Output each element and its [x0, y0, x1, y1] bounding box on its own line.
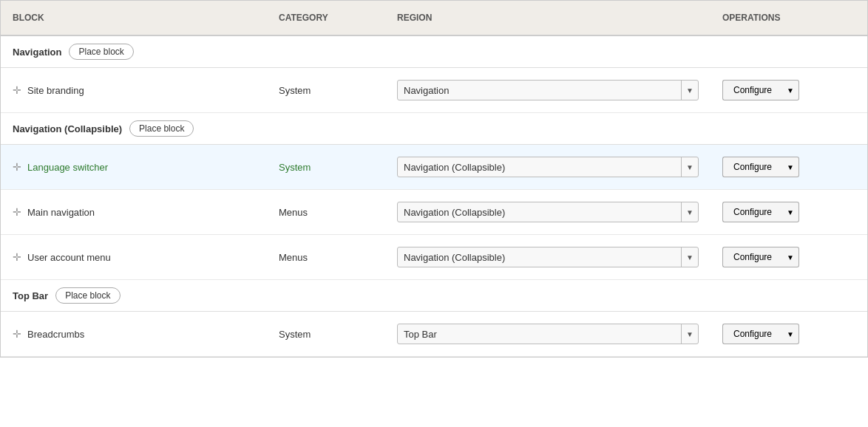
user-account-menu-configure-dropdown-button[interactable]: ▼ — [782, 247, 799, 267]
configure-arrow-icon-4: ▼ — [787, 253, 794, 262]
main-navigation-configure-dropdown-button[interactable]: ▼ — [782, 202, 799, 222]
user-account-menu-region-arrow: ▼ — [681, 247, 698, 267]
breadcrumbs-region: Top Bar ▼ — [385, 319, 711, 349]
site-branding-configure-button[interactable]: Configure — [722, 80, 782, 100]
site-branding-region-arrow: ▼ — [681, 81, 698, 100]
site-branding-configure-wrap: Configure ▼ — [722, 80, 799, 100]
site-branding-region-value: Navigation — [398, 85, 681, 96]
breadcrumbs-category: System — [267, 324, 385, 344]
site-branding-block: ✛ Site branding — [1, 80, 267, 100]
header-operations: OPERATIONS — [711, 8, 867, 27]
breadcrumbs-operations: Configure ▼ — [711, 319, 867, 349]
language-switcher-category: System — [267, 157, 385, 177]
language-switcher-configure-dropdown-button[interactable]: ▼ — [782, 157, 799, 177]
language-switcher-region-arrow: ▼ — [681, 157, 698, 177]
breadcrumbs-configure-wrap: Configure ▼ — [722, 324, 799, 344]
section-navigation-collapsible-title: Navigation (Collapsible) — [13, 123, 122, 134]
table-header: BLOCK CATEGORY REGION OPERATIONS — [1, 1, 867, 36]
place-block-top-bar-button[interactable]: Place block — [55, 287, 120, 304]
breadcrumbs-region-value: Top Bar — [398, 329, 681, 340]
language-switcher-configure-button[interactable]: Configure — [722, 157, 782, 177]
main-navigation-operations: Configure ▼ — [711, 197, 867, 227]
user-account-menu-operations: Configure ▼ — [711, 242, 867, 272]
main-navigation-region-select[interactable]: Navigation (Collapsible) ▼ — [397, 202, 699, 222]
breadcrumbs-configure-dropdown-button[interactable]: ▼ — [782, 324, 799, 344]
language-switcher-region: Navigation (Collapsible) ▼ — [385, 152, 711, 182]
place-block-navigation-collapsible-button[interactable]: Place block — [129, 120, 194, 137]
section-navigation-collapsible: Navigation (Collapsible) Place block — [1, 113, 867, 145]
main-navigation-block: ✛ Main navigation — [1, 202, 267, 222]
drag-handle-main-navigation[interactable]: ✛ — [13, 206, 21, 218]
breadcrumbs-configure-button[interactable]: Configure — [722, 324, 782, 344]
header-category: CATEGORY — [267, 8, 385, 27]
section-top-bar-title: Top Bar — [13, 290, 48, 301]
configure-arrow-icon-5: ▼ — [787, 330, 794, 338]
language-switcher-region-value: Navigation (Collapsible) — [398, 162, 681, 173]
breadcrumbs-region-select[interactable]: Top Bar ▼ — [397, 324, 699, 344]
header-block: BLOCK — [1, 8, 267, 27]
site-branding-region-select[interactable]: Navigation ▼ — [397, 80, 699, 100]
user-account-menu-region-select[interactable]: Navigation (Collapsible) ▼ — [397, 247, 699, 267]
row-language-switcher: ✛ Language switcher System Navigation (C… — [1, 145, 867, 190]
language-switcher-label: Language switcher — [27, 162, 108, 173]
row-main-navigation: ✛ Main navigation Menus Navigation (Coll… — [1, 190, 867, 235]
main-navigation-label: Main navigation — [27, 207, 95, 218]
section-navigation-title: Navigation — [13, 47, 61, 58]
main-navigation-region: Navigation (Collapsible) ▼ — [385, 197, 711, 227]
user-account-menu-category: Menus — [267, 247, 385, 267]
user-account-menu-block: ✛ User account menu — [1, 247, 267, 267]
main-navigation-configure-button[interactable]: Configure — [722, 202, 782, 222]
language-switcher-operations: Configure ▼ — [711, 152, 867, 182]
row-breadcrumbs: ✛ Breadcrumbs System Top Bar ▼ Configure… — [1, 312, 867, 357]
place-block-navigation-button[interactable]: Place block — [69, 44, 133, 60]
main-navigation-region-arrow: ▼ — [681, 202, 698, 222]
breadcrumbs-block: ✛ Breadcrumbs — [1, 324, 267, 344]
row-site-branding: ✛ Site branding System Navigation ▼ Conf… — [1, 68, 867, 113]
site-branding-category: System — [267, 81, 385, 100]
section-navigation: Navigation Place block — [1, 36, 867, 68]
drag-handle-breadcrumbs[interactable]: ✛ — [13, 328, 21, 340]
user-account-menu-region: Navigation (Collapsible) ▼ — [385, 242, 711, 272]
configure-arrow-icon-2: ▼ — [787, 163, 794, 171]
row-user-account-menu: ✛ User account menu Menus Navigation (Co… — [1, 235, 867, 280]
blocks-table: BLOCK CATEGORY REGION OPERATIONS Navigat… — [0, 0, 868, 358]
main-navigation-region-value: Navigation (Collapsible) — [398, 207, 681, 218]
configure-arrow-icon-3: ▼ — [787, 208, 794, 216]
section-top-bar: Top Bar Place block — [1, 280, 867, 312]
user-account-menu-region-value: Navigation (Collapsible) — [398, 252, 681, 263]
language-switcher-block: ✛ Language switcher — [1, 157, 267, 177]
language-switcher-configure-wrap: Configure ▼ — [722, 157, 799, 177]
user-account-menu-configure-button[interactable]: Configure — [722, 247, 782, 267]
header-region: REGION — [385, 8, 711, 27]
site-branding-operations: Configure ▼ — [711, 75, 867, 105]
breadcrumbs-label: Breadcrumbs — [27, 329, 84, 340]
drag-handle-language-switcher[interactable]: ✛ — [13, 161, 21, 173]
site-branding-label: Site branding — [27, 85, 84, 96]
site-branding-region: Navigation ▼ — [385, 75, 711, 105]
site-branding-configure-dropdown-button[interactable]: ▼ — [782, 80, 799, 100]
drag-handle-user-account-menu[interactable]: ✛ — [13, 251, 21, 263]
main-navigation-configure-wrap: Configure ▼ — [722, 202, 799, 222]
drag-handle-site-branding[interactable]: ✛ — [13, 84, 21, 96]
user-account-menu-label: User account menu — [27, 252, 111, 263]
user-account-menu-configure-wrap: Configure ▼ — [722, 247, 799, 267]
main-navigation-category: Menus — [267, 202, 385, 222]
breadcrumbs-region-arrow: ▼ — [681, 324, 698, 344]
configure-arrow-icon: ▼ — [787, 86, 794, 95]
language-switcher-region-select[interactable]: Navigation (Collapsible) ▼ — [397, 157, 699, 177]
